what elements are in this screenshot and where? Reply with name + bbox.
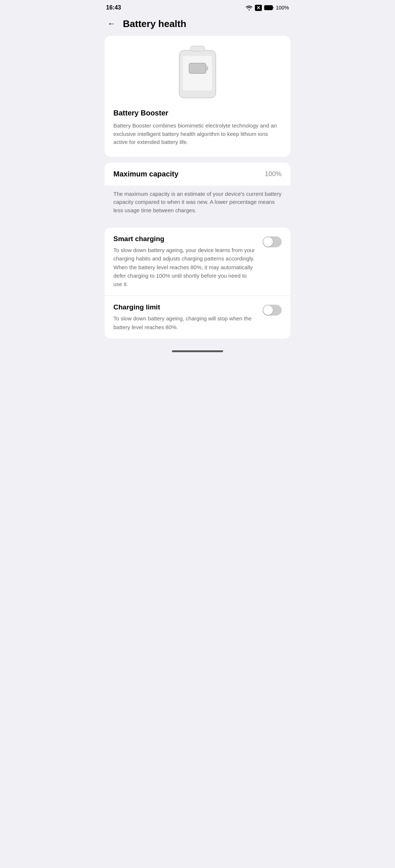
battery-status-icon bbox=[264, 5, 274, 11]
status-icons: ✕ 100% bbox=[245, 5, 289, 11]
home-bar bbox=[172, 350, 223, 352]
content: Battery Booster Battery Booster combines… bbox=[99, 36, 296, 339]
battery-illustration bbox=[113, 43, 282, 102]
booster-title: Battery Booster bbox=[113, 109, 282, 117]
smart-charging-description: To slow down battery ageing, your device… bbox=[113, 246, 257, 288]
status-time: 16:43 bbox=[106, 4, 121, 11]
svg-rect-6 bbox=[206, 66, 208, 71]
status-bar: 16:43 ✕ 100% bbox=[99, 0, 296, 14]
battery-large-icon bbox=[174, 43, 221, 102]
capacity-header: Maximum capacity 100% bbox=[113, 170, 282, 178]
header: ← Battery health bbox=[99, 14, 296, 36]
charging-limit-text: Charging limit To slow down battery agei… bbox=[113, 303, 257, 331]
page-title: Battery health bbox=[123, 18, 186, 30]
booster-card: Battery Booster Battery Booster combines… bbox=[105, 36, 290, 157]
settings-card: Smart charging To slow down battery agei… bbox=[105, 228, 290, 339]
capacity-header-area: Maximum capacity 100% bbox=[105, 163, 290, 186]
booster-description: Battery Booster combines biomimetic elec… bbox=[113, 122, 282, 146]
smart-charging-title: Smart charging bbox=[113, 235, 257, 243]
capacity-description: The maximum capacity is an estimate of y… bbox=[105, 186, 290, 222]
home-indicator bbox=[99, 344, 296, 359]
capacity-value: 100% bbox=[265, 170, 282, 178]
charging-limit-item: Charging limit To slow down battery agei… bbox=[105, 296, 290, 339]
back-button[interactable]: ← bbox=[106, 18, 117, 30]
svg-rect-4 bbox=[190, 46, 205, 51]
signal-x-icon: ✕ bbox=[255, 5, 262, 11]
smart-charging-text: Smart charging To slow down battery agei… bbox=[113, 235, 257, 288]
charging-limit-title: Charging limit bbox=[113, 303, 257, 311]
smart-charging-toggle[interactable] bbox=[263, 236, 282, 247]
svg-rect-1 bbox=[265, 6, 272, 9]
svg-rect-5 bbox=[189, 63, 206, 73]
capacity-title: Maximum capacity bbox=[113, 170, 178, 178]
battery-percent: 100% bbox=[276, 5, 289, 11]
charging-limit-toggle[interactable] bbox=[263, 305, 282, 316]
charging-limit-description: To slow down battery ageing, charging wi… bbox=[113, 314, 257, 331]
capacity-card: Maximum capacity 100% The maximum capaci… bbox=[105, 163, 290, 222]
smart-charging-item: Smart charging To slow down battery agei… bbox=[105, 228, 290, 296]
wifi-icon bbox=[245, 5, 253, 11]
